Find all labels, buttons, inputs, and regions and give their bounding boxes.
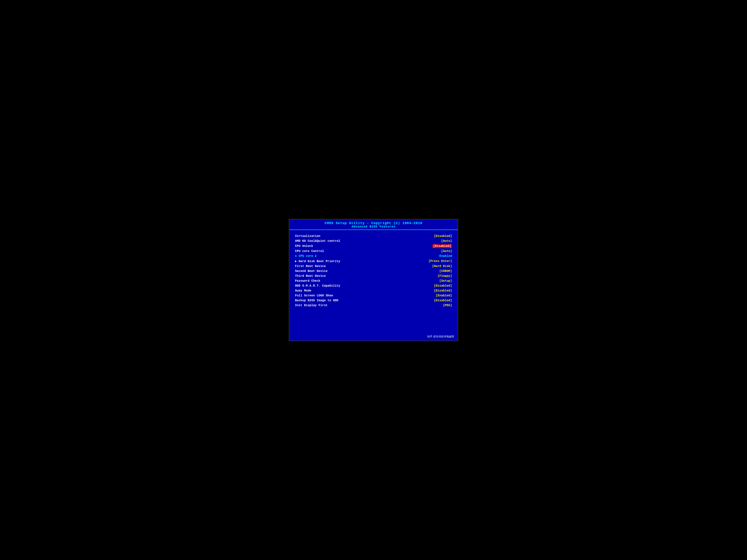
menu-label: CPU core Control <box>295 249 324 253</box>
watermark: 知乎 @失传技术电磁所 <box>427 335 454 338</box>
menu-label: CPU Unlock <box>295 244 313 248</box>
menu-value: Enabled <box>439 255 452 258</box>
menu-row[interactable]: Password Check[Setup] <box>295 278 452 284</box>
menu-row[interactable]: Away Mode[Disabled] <box>295 288 452 293</box>
menu-row[interactable]: CPU Unlock[Disabled] <box>295 243 452 249</box>
menu-label: Away Mode <box>295 289 311 292</box>
menu-row[interactable]: CPU core Control[Auto] <box>295 249 452 254</box>
menu-row[interactable]: AMD K8 Cool&Quiet control[Auto] <box>295 239 452 243</box>
menu-value: [Hard Disk] <box>432 265 452 268</box>
menu-row[interactable]: Backup BIOS Image to HDD[Disabled] <box>295 298 452 303</box>
menu-value: [PEG] <box>443 304 452 307</box>
menu-label: HDD S.M.A.R.T. Capability <box>295 284 340 288</box>
menu-row[interactable]: Second Boot Device[CDROM] <box>295 269 452 274</box>
menu-row[interactable]: First Boot Device[Hard Disk] <box>295 264 452 269</box>
bios-screen: CMOS Setup Utility - Copyright (C) 1984-… <box>289 219 458 341</box>
menu-value: [Floppy] <box>438 274 452 278</box>
menu-label: First Boot Device <box>295 265 326 268</box>
menu-value: [Auto] <box>441 249 452 253</box>
menu-value: [Disabled] <box>434 289 452 292</box>
menu-value: [Press Enter] <box>429 260 452 263</box>
menu-row[interactable]: HDD S.M.A.R.T. Capability[Disabled] <box>295 284 452 288</box>
bios-content: Virtualization[Disabled]AMD K8 Cool&Quie… <box>289 230 458 310</box>
menu-row[interactable]: Third Boot Device[Floppy] <box>295 274 452 278</box>
menu-label: Password Check <box>295 279 320 283</box>
bios-header: CMOS Setup Utility - Copyright (C) 1984-… <box>289 219 458 230</box>
header-subtitle: Advanced BIOS Features <box>289 225 458 229</box>
menu-row[interactable]: Hard Disk Boot Priority[Press Enter] <box>295 259 452 264</box>
menu-label: CPU core 2 <box>295 255 317 258</box>
menu-row[interactable]: CPU core 2Enabled <box>295 254 452 259</box>
menu-label: Init Display First <box>295 304 328 307</box>
menu-label: Hard Disk Boot Priority <box>295 259 340 263</box>
menu-label: Full Screen LOGO Show <box>295 294 333 297</box>
menu-label: Second Boot Device <box>295 269 328 273</box>
menu-value: [Disabled] <box>432 244 452 248</box>
menu-label: Third Boot Device <box>295 274 326 278</box>
menu-value: [Disabled] <box>434 284 452 288</box>
menu-value: [CDROM] <box>439 269 452 273</box>
menu-row[interactable]: Init Display First[PEG] <box>295 303 452 308</box>
menu-value: [Auto] <box>441 239 452 243</box>
menu-value: [Disabled] <box>434 235 452 238</box>
menu-row[interactable]: Virtualization[Disabled] <box>295 234 452 239</box>
menu-value: [Disabled] <box>434 299 452 302</box>
menu-value: [Setup] <box>439 279 452 283</box>
menu-value: [Enabled] <box>436 294 452 297</box>
menu-label: Backup BIOS Image to HDD <box>295 299 338 302</box>
menu-label: AMD K8 Cool&Quiet control <box>295 239 340 243</box>
header-title: CMOS Setup Utility - Copyright (C) 1984-… <box>289 221 458 225</box>
menu-label: Virtualization <box>295 235 320 238</box>
menu-row[interactable]: Full Screen LOGO Show[Enabled] <box>295 293 452 298</box>
